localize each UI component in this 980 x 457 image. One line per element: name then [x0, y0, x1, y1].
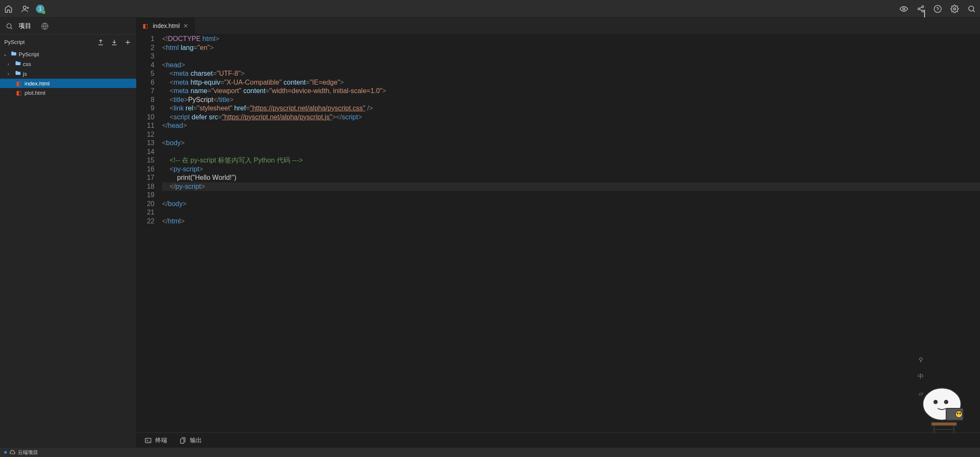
notification-badge[interactable]: 1	[36, 5, 44, 13]
chevron-right-icon: ›	[8, 62, 13, 66]
file-tree: ⌄ PyScript › css › js ◧ index.html ◧ plo…	[0, 50, 136, 97]
code-content[interactable]: <!DOCTYPE html> <html lang="en"> <head> …	[162, 35, 980, 432]
bottom-panel: 终端 输出	[137, 432, 980, 448]
online-dot-icon	[42, 11, 45, 14]
svg-point-2	[922, 6, 924, 8]
status-dot-icon	[4, 451, 7, 454]
tree-label: PyScript	[19, 51, 39, 58]
tool-magnify-icon[interactable]: ⚲	[917, 355, 925, 364]
globe-icon[interactable]	[41, 22, 49, 30]
terminal-tab[interactable]: 终端	[144, 437, 167, 444]
search-icon[interactable]	[5, 22, 14, 30]
svg-point-7	[969, 6, 974, 11]
folder-icon	[14, 70, 21, 77]
sidebar: 项目 PyScript ⌄ PyScript › css ›	[0, 18, 137, 448]
tree-file-plot[interactable]: ◧ plot.html	[0, 88, 136, 97]
tool-ime-icon[interactable]: 中	[917, 372, 925, 381]
code-editor[interactable]: 12345678910111213141516171819202122 <!DO…	[137, 34, 980, 432]
eye-icon[interactable]	[900, 5, 908, 13]
tree-label: plot.html	[25, 90, 45, 96]
svg-point-5	[934, 5, 941, 12]
line-gutter: 12345678910111213141516171819202122	[137, 35, 162, 432]
html-file-icon: ◧	[16, 89, 23, 96]
help-icon[interactable]	[933, 5, 942, 13]
text-cursor-icon	[924, 10, 925, 17]
chevron-down-icon: ⌄	[3, 52, 8, 57]
project-header: PyScript	[0, 35, 136, 50]
tree-file-index[interactable]: ◧ index.html	[0, 79, 136, 88]
svg-point-8	[7, 24, 11, 28]
editor-area: ◧ index.html ✕ 1234567891011121314151617…	[137, 18, 980, 448]
html-file-icon: ◧	[16, 80, 23, 87]
svg-point-1	[903, 8, 905, 10]
home-icon[interactable]	[4, 5, 13, 13]
tab-project[interactable]: 项目	[18, 20, 32, 32]
folder-icon	[10, 51, 17, 58]
project-title: PyScript	[4, 39, 96, 45]
add-icon[interactable]	[124, 38, 132, 47]
tree-folder-css[interactable]: › css	[0, 59, 136, 69]
svg-rect-10	[145, 438, 151, 443]
svg-point-3	[918, 8, 920, 10]
status-bar: 云端项目	[0, 448, 980, 457]
settings-icon[interactable]	[950, 5, 959, 13]
tree-folder-js[interactable]: › js	[0, 69, 136, 79]
output-label: 输出	[190, 437, 202, 444]
svg-point-4	[922, 10, 924, 12]
chevron-right-icon: ›	[8, 72, 13, 76]
tool-window-icon[interactable]: ▱	[917, 389, 925, 398]
close-icon[interactable]: ✕	[183, 22, 188, 29]
html-file-icon: ◧	[143, 22, 149, 29]
editor-tab[interactable]: ◧ index.html ✕	[137, 18, 195, 34]
download-icon[interactable]	[110, 38, 118, 47]
tab-bar: ◧ index.html ✕	[137, 18, 980, 34]
svg-point-0	[23, 6, 26, 9]
tree-label: js	[23, 71, 27, 77]
svg-rect-11	[181, 439, 184, 443]
status-cloud-label: 云端项目	[18, 449, 38, 456]
tree-root[interactable]: ⌄ PyScript	[0, 50, 136, 59]
svg-point-6	[954, 8, 956, 10]
tree-label: css	[23, 61, 31, 67]
tab-label: index.html	[153, 22, 180, 29]
cloud-icon	[9, 449, 15, 455]
folder-icon	[14, 61, 21, 68]
upload-icon[interactable]	[96, 38, 105, 47]
badge-count: 1	[39, 6, 42, 12]
tree-label: index.html	[25, 80, 50, 87]
top-toolbar: 1	[0, 0, 980, 18]
share-icon[interactable]	[917, 5, 925, 13]
mascot-toolbar: ⚲ 中 ▱	[917, 355, 925, 398]
search-icon[interactable]	[967, 5, 976, 13]
output-tab[interactable]: 输出	[179, 437, 202, 444]
add-user-icon[interactable]	[21, 5, 30, 13]
terminal-label: 终端	[155, 437, 167, 444]
sidebar-tabs: 项目	[0, 18, 136, 35]
